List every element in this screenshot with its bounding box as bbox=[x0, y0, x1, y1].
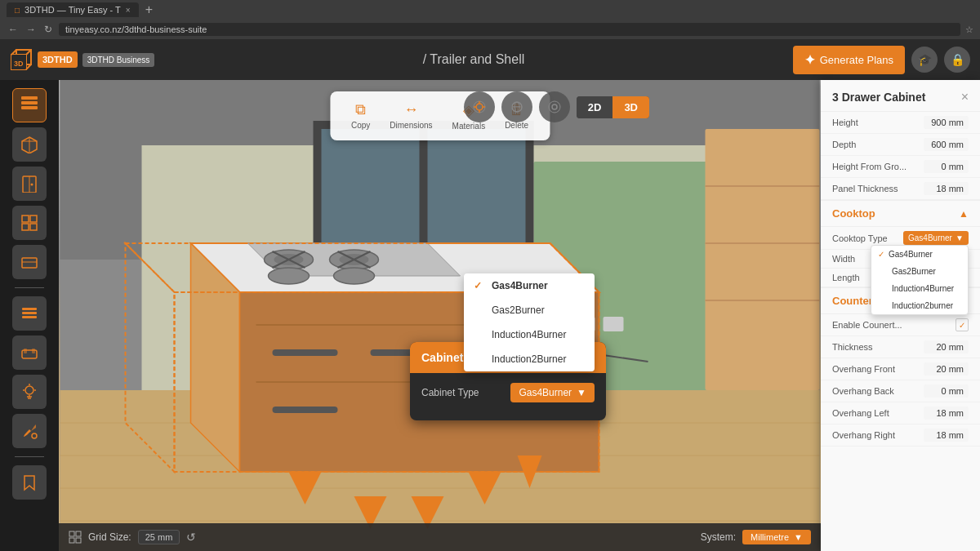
bookmark-star[interactable]: ☆ bbox=[965, 24, 973, 35]
system-area: System: Millimetre ▼ bbox=[701, 530, 811, 544]
checkmark-icon: ✓ bbox=[474, 280, 485, 291]
vp-copy-tool[interactable]: ⧉ Copy bbox=[343, 98, 378, 134]
cooktop-gas4-item[interactable]: ✓ Gas4Burner bbox=[871, 246, 968, 263]
svg-point-75 bbox=[334, 268, 375, 284]
toolbar-btn-bookmark[interactable] bbox=[12, 465, 47, 500]
dimensions-icon: ↔ bbox=[403, 101, 418, 118]
toolbar-btn-stack[interactable] bbox=[12, 296, 47, 331]
reset-grid-btn[interactable]: ↺ bbox=[186, 531, 196, 544]
dropdown-item-induction2[interactable]: Induction2Burner bbox=[464, 347, 595, 371]
rp-title: 3 Drawer Cabinet bbox=[832, 91, 925, 104]
dropdown-item-induction4[interactable]: Induction4Burner bbox=[464, 322, 595, 347]
main-area: ⧉ Copy ↔ Dimensions ◈ Materials 🗑 Delete bbox=[0, 80, 980, 551]
cooktop-induction2-item[interactable]: Induction2burner bbox=[871, 297, 968, 314]
browser-actions: ☆ bbox=[965, 24, 973, 35]
cabinet-type-dropdown[interactable]: Gas4Burner ▼ bbox=[510, 383, 595, 402]
svg-rect-19 bbox=[30, 224, 37, 230]
rp-depth-row: Depth 600 mm bbox=[821, 134, 980, 156]
toolbar-btn-door[interactable] bbox=[12, 167, 47, 201]
toolbar-btn-cube[interactable] bbox=[12, 127, 47, 162]
svg-rect-96 bbox=[76, 538, 81, 543]
tab-close-btn[interactable]: × bbox=[126, 6, 131, 15]
enable-countertop-checkbox[interactable]: ✓ bbox=[956, 318, 969, 331]
help-btn[interactable]: 🎓 bbox=[911, 47, 938, 73]
door-icon bbox=[20, 175, 38, 193]
logo-cube-icon: 3D bbox=[10, 48, 33, 71]
settings-btn[interactable]: 🔒 bbox=[944, 47, 970, 73]
svg-rect-16 bbox=[22, 216, 29, 222]
view-gear-icon bbox=[547, 100, 562, 114]
reload-btn[interactable]: ↻ bbox=[42, 24, 54, 35]
view-orbit-btn[interactable] bbox=[501, 91, 532, 122]
stack-icon bbox=[20, 304, 38, 322]
cooktop-type-container: Gas4Burner ▼ ✓ Gas4Burner Gas2Burner bbox=[903, 231, 969, 245]
rp-height-from-gro-row: Height From Gro... 0 mm bbox=[821, 156, 980, 178]
mode-3d-btn[interactable]: 3D bbox=[612, 96, 649, 118]
cooktop-induction4-item[interactable]: Induction4Burner bbox=[871, 280, 968, 297]
toolbar-btn-light[interactable] bbox=[12, 375, 47, 409]
browser-tab[interactable]: □ 3DTHD — Tiny Easy - T × bbox=[7, 2, 139, 17]
svg-rect-8 bbox=[21, 101, 38, 104]
grid-size-value[interactable]: 25 mm bbox=[138, 530, 180, 544]
depth-value[interactable]: 600 mm bbox=[924, 138, 969, 151]
cooktop-title: Cooktop bbox=[832, 207, 875, 220]
cabinet-type-value: Gas4Burner bbox=[519, 387, 572, 398]
vp-dimensions-tool[interactable]: ↔ Dimensions bbox=[381, 98, 440, 134]
cooktop-type-label: Cooktop Type bbox=[832, 233, 903, 243]
height-from-gro-value[interactable]: 0 mm bbox=[924, 160, 969, 173]
panel-thickness-value[interactable]: 18 mm bbox=[924, 182, 969, 195]
svg-text:3D: 3D bbox=[14, 60, 24, 68]
logo-area: 3D 3DTHD 3DTHD Business bbox=[10, 48, 154, 71]
height-value[interactable]: 900 mm bbox=[924, 116, 969, 129]
forward-btn[interactable]: → bbox=[24, 24, 38, 35]
cooktop-chevron-icon[interactable]: ▲ bbox=[959, 208, 969, 220]
rp-close-btn[interactable]: × bbox=[961, 90, 969, 104]
back-btn[interactable]: ← bbox=[7, 24, 20, 35]
dropdown-item-label: Gas2Burner bbox=[492, 304, 545, 316]
generate-plans-btn[interactable]: ✦ Generate Plans bbox=[793, 46, 905, 74]
dropdown-item-gas4[interactable]: ✓ Gas4Burner bbox=[464, 273, 595, 298]
view-camera-btn[interactable] bbox=[464, 91, 495, 122]
toolbar-sep-2 bbox=[15, 456, 44, 457]
overhang-back-value[interactable]: 0 mm bbox=[924, 384, 969, 398]
view-settings-btn[interactable] bbox=[539, 91, 570, 122]
overhang-front-value[interactable]: 20 mm bbox=[924, 362, 969, 375]
toolbar-btn-layers[interactable] bbox=[12, 88, 47, 122]
toolbar-btn-furniture[interactable] bbox=[12, 335, 47, 370]
grid-icon bbox=[20, 214, 38, 232]
svg-rect-24 bbox=[22, 316, 37, 318]
new-tab-btn[interactable]: + bbox=[145, 2, 153, 17]
rp-enable-countertop-row: Enable Counert... ✓ bbox=[821, 314, 980, 336]
svg-point-82 bbox=[476, 104, 483, 110]
toolbar-btn-panel[interactable] bbox=[12, 245, 47, 279]
cooktop-gas2-item[interactable]: Gas2Burner bbox=[871, 263, 968, 280]
mode-2d-btn[interactable]: 2D bbox=[577, 96, 613, 118]
rp-properties-section: Height 900 mm Depth 600 mm Height From G… bbox=[821, 112, 980, 200]
svg-rect-9 bbox=[21, 106, 38, 109]
cabinet-settings-panel: Cabinet Settings ▲ Cabinet Type Gas4Burn… bbox=[410, 342, 606, 420]
app-header: 3D 3DTHD 3DTHD Business / Trailer and Sh… bbox=[0, 39, 980, 80]
viewport[interactable]: ⧉ Copy ↔ Dimensions ◈ Materials 🗑 Delete bbox=[59, 80, 821, 551]
overhang-right-label: Overhang Right bbox=[832, 430, 924, 440]
svg-point-28 bbox=[25, 386, 33, 394]
cooktop-type-dropdown[interactable]: Gas4Burner ▼ bbox=[903, 231, 969, 245]
dimensions-label: Dimensions bbox=[390, 121, 432, 130]
orbit-icon bbox=[510, 100, 524, 114]
rp-cooktop-type-row: Cooktop Type Gas4Burner ▼ ✓ Gas4Burner bbox=[821, 227, 980, 250]
overhang-right-value[interactable]: 18 mm bbox=[924, 429, 969, 442]
enable-countertop-label: Enable Counert... bbox=[832, 320, 956, 330]
browser-tabs: □ 3DTHD — Tiny Easy - T × + bbox=[0, 0, 980, 20]
system-dropdown[interactable]: Millimetre ▼ bbox=[742, 530, 811, 544]
copy-label: Copy bbox=[351, 121, 370, 130]
overhang-left-value[interactable]: 18 mm bbox=[924, 407, 969, 420]
rp-cooktop-section: Cooktop ▲ Cooktop Type Gas4Burner ▼ ✓ bbox=[821, 200, 980, 287]
toolbar-sep-1 bbox=[15, 287, 44, 288]
rp-thickness-row: Thickness 20 mm bbox=[821, 336, 980, 358]
address-bar[interactable]: tinyeasy.co.nz/3dthd-business-suite bbox=[59, 23, 960, 36]
thickness-value[interactable]: 20 mm bbox=[924, 340, 969, 353]
dropdown-item-gas2[interactable]: Gas2Burner bbox=[464, 298, 595, 322]
cabinet-type-row: Cabinet Type Gas4Burner ▼ bbox=[421, 383, 595, 402]
rp-overhang-front-row: Overhang Front 20 mm bbox=[821, 358, 980, 380]
toolbar-btn-paint[interactable] bbox=[12, 414, 47, 448]
toolbar-btn-grid[interactable] bbox=[12, 206, 47, 240]
